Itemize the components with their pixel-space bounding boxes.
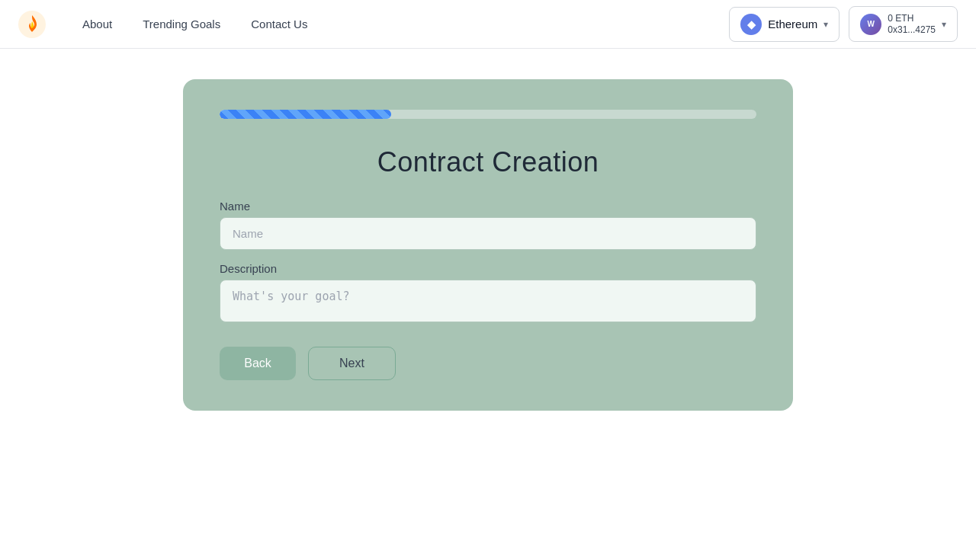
logo[interactable] bbox=[18, 11, 46, 38]
nav-contact-us[interactable]: Contact Us bbox=[239, 11, 319, 37]
wallet-details: 0 ETH 0x31...4275 bbox=[888, 13, 936, 35]
button-row: Back Next bbox=[220, 347, 756, 380]
flame-icon bbox=[18, 11, 46, 38]
main-content: Contract Creation Name Description Back … bbox=[0, 49, 976, 441]
ethereum-chevron-icon: ▾ bbox=[824, 19, 828, 30]
description-input[interactable] bbox=[220, 280, 756, 322]
ethereum-icon: ◆ bbox=[740, 14, 762, 35]
ethereum-selector[interactable]: ◆ Ethereum ▾ bbox=[729, 7, 840, 42]
navbar: About Trending Goals Contact Us ◆ Ethere… bbox=[0, 0, 976, 49]
back-button[interactable]: Back bbox=[220, 347, 296, 380]
name-label: Name bbox=[220, 200, 756, 213]
nav-about[interactable]: About bbox=[70, 11, 124, 37]
name-input[interactable] bbox=[220, 217, 756, 250]
wallet-address: 0x31...4275 bbox=[888, 24, 936, 35]
navbar-right: ◆ Ethereum ▾ W 0 ETH 0x31...4275 ▾ bbox=[729, 6, 958, 42]
form-title: Contract Creation bbox=[220, 146, 756, 178]
wallet-avatar-icon: W bbox=[860, 14, 881, 35]
form-card: Contract Creation Name Description Back … bbox=[183, 79, 793, 411]
nav-trending-goals[interactable]: Trending Goals bbox=[130, 11, 233, 37]
progress-bar-container bbox=[220, 110, 756, 119]
progress-bar-fill bbox=[220, 110, 391, 119]
wallet-chevron-icon: ▾ bbox=[942, 19, 946, 30]
next-button[interactable]: Next bbox=[308, 347, 396, 380]
wallet-info[interactable]: W 0 ETH 0x31...4275 ▾ bbox=[849, 6, 958, 42]
ethereum-label: Ethereum bbox=[768, 18, 817, 30]
description-field-group: Description bbox=[220, 262, 756, 325]
description-label: Description bbox=[220, 262, 756, 275]
name-field-group: Name bbox=[220, 200, 756, 250]
nav-links: About Trending Goals Contact Us bbox=[70, 11, 729, 37]
wallet-eth-amount: 0 ETH bbox=[888, 13, 913, 24]
